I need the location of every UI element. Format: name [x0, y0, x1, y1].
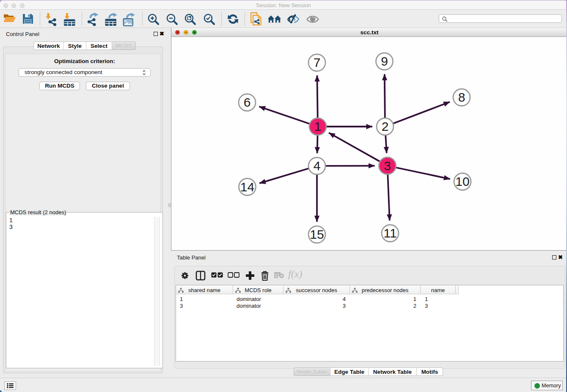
svg-text:14: 14	[240, 180, 254, 194]
svg-text:1: 1	[314, 119, 322, 133]
svg-text:8: 8	[458, 90, 465, 104]
svg-text:10: 10	[455, 174, 469, 188]
svg-text:6: 6	[244, 95, 251, 109]
svg-text:7: 7	[314, 55, 321, 69]
svg-text:2: 2	[382, 119, 389, 133]
svg-text:4: 4	[314, 159, 321, 173]
svg-text:9: 9	[381, 54, 388, 68]
svg-text:11: 11	[383, 226, 396, 240]
svg-text:15: 15	[310, 227, 324, 241]
svg-text:3: 3	[384, 159, 391, 173]
